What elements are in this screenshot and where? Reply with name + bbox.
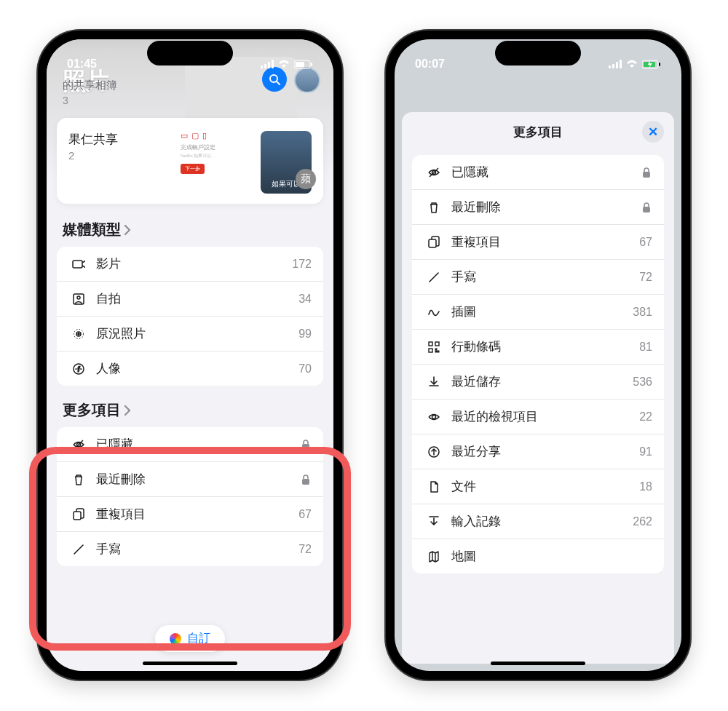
live-icon (68, 327, 89, 341)
more-items-header[interactable]: 更多項目 (47, 393, 333, 427)
battery-charging-icon (642, 60, 661, 69)
shared-album-subtitle: 的共享相簿 (63, 79, 117, 92)
item-label: 最近刪除 (451, 199, 641, 215)
status-time: 01:45 (67, 57, 97, 71)
trash-icon (68, 473, 89, 486)
home-indicator[interactable] (143, 662, 237, 665)
item-label: 原況照片 (96, 325, 298, 342)
list-item-selfie[interactable]: 自拍34 (57, 282, 323, 317)
item-count: 81 (639, 341, 652, 354)
sheet-title: 更多項目 (513, 124, 563, 140)
list-item-duplicate[interactable]: 重複項目67 (57, 497, 323, 532)
item-label: 人像 (96, 360, 298, 377)
portrait-icon (68, 362, 89, 376)
lock-icon (300, 474, 312, 485)
signal-icon (609, 60, 622, 68)
list-item-video[interactable]: 影片172 (57, 247, 323, 282)
media-types-header[interactable]: 媒體類型 (47, 212, 333, 247)
customize-button[interactable]: 自訂 (155, 625, 225, 652)
list-item-qr[interactable]: 行動條碼81 (412, 330, 664, 365)
shared-album-title: 果仁共享 (68, 131, 181, 148)
sheet-header: 更多項目 ✕ (402, 112, 674, 152)
shared-thumbnail: 如果可以 蘋 (261, 131, 312, 194)
download-icon (424, 376, 444, 389)
item-label: 影片 (96, 255, 292, 272)
doc-icon (424, 480, 444, 493)
list-item-portrait[interactable]: 人像70 (57, 351, 323, 386)
close-button[interactable]: ✕ (642, 121, 664, 143)
scribble-icon (424, 306, 444, 319)
list-item-doc[interactable]: 文件18 (412, 469, 664, 504)
lock-icon (300, 439, 312, 450)
list-item-download[interactable]: 最近儲存536 (412, 365, 664, 400)
list-item-pencil[interactable]: 手寫72 (57, 532, 323, 566)
list-item-eye[interactable]: 最近的檢視項目22 (412, 400, 664, 434)
selfie-icon (68, 293, 89, 306)
item-count: 262 (633, 515, 652, 528)
setup-red-button: 下一步 (181, 164, 205, 174)
list-item-trash[interactable]: 最近刪除 (57, 462, 323, 497)
photos-app-icon (170, 633, 181, 645)
item-label: 最近的檢視項目 (451, 408, 639, 425)
share-icon (424, 445, 444, 458)
duplicate-icon (68, 508, 89, 521)
hidden-icon (424, 166, 444, 179)
item-label: 已隱藏 (96, 436, 300, 453)
item-count: 18 (639, 480, 652, 493)
duplicate-icon (424, 236, 444, 249)
shared-album-item-count: 2 (68, 149, 181, 162)
item-count: 22 (639, 410, 652, 424)
shared-album-count: 3 (63, 95, 68, 106)
list-item-import[interactable]: 輸入記錄262 (412, 504, 664, 539)
close-icon: ✕ (648, 124, 658, 140)
item-count: 99 (298, 327, 312, 341)
album-badge: 蘋 (296, 169, 316, 189)
shared-album-card[interactable]: 果仁共享 2 ▭ ▢ ▯ 完成帳戶設定 Netflix 如果可以… 下一步 如果… (57, 118, 323, 204)
dynamic-island (495, 41, 581, 65)
status-time: 00:07 (415, 57, 445, 71)
list-item-share[interactable]: 最近分享91 (412, 434, 664, 469)
chevron-right-icon (124, 224, 131, 236)
list-item-pencil[interactable]: 手寫72 (412, 260, 664, 295)
item-label: 重複項目 (451, 234, 639, 250)
phone-left: 01:45 照片 的共享相簿 3 果仁共享 2 (38, 31, 342, 680)
hidden-icon (68, 438, 89, 451)
video-icon (68, 258, 89, 271)
dynamic-island (147, 41, 233, 65)
item-label: 最近儲存 (451, 373, 633, 390)
list-item-duplicate[interactable]: 重複項目67 (412, 225, 664, 260)
item-label: 已隱藏 (451, 164, 641, 180)
device-icons: ▭ ▢ ▯ (181, 131, 261, 140)
item-count: 381 (633, 306, 652, 319)
item-count: 72 (639, 271, 652, 284)
item-count: 70 (298, 362, 312, 376)
list-item-trash[interactable]: 最近刪除 (412, 190, 664, 225)
map-icon (424, 550, 444, 563)
screen-left: 01:45 照片 的共享相簿 3 果仁共享 2 (47, 39, 333, 671)
item-label: 插圖 (451, 303, 633, 320)
wifi-icon (278, 60, 290, 68)
wifi-icon (626, 60, 638, 68)
item-label: 最近刪除 (96, 471, 300, 488)
sheet-item-list: 已隱藏最近刪除重複項目67手寫72插圖381行動條碼81最近儲存536最近的檢視… (412, 155, 664, 573)
import-icon (424, 515, 444, 528)
status-icons (609, 60, 661, 69)
status-icons (261, 60, 313, 69)
list-item-hidden[interactable]: 已隱藏 (57, 427, 323, 462)
list-item-live[interactable]: 原況照片99 (57, 317, 323, 351)
list-item-map[interactable]: 地圖 (412, 539, 664, 573)
lock-icon (641, 167, 652, 178)
more-items-title: 更多項目 (63, 400, 121, 420)
list-item-hidden[interactable]: 已隱藏 (412, 155, 664, 190)
list-item-scribble[interactable]: 插圖381 (412, 295, 664, 330)
item-label: 重複項目 (96, 506, 298, 523)
item-label: 最近分享 (451, 443, 639, 460)
home-indicator[interactable] (491, 662, 585, 665)
eye-icon (424, 410, 444, 424)
lock-icon (641, 202, 652, 213)
more-items-sheet: 更多項目 ✕ 已隱藏最近刪除重複項目67手寫72插圖381行動條碼81最近儲存5… (402, 112, 674, 664)
item-label: 輸入記錄 (451, 513, 633, 530)
media-types-list: 影片172自拍34原況照片99人像70 (57, 247, 323, 386)
item-count: 34 (298, 293, 312, 306)
item-label: 手寫 (451, 269, 639, 285)
